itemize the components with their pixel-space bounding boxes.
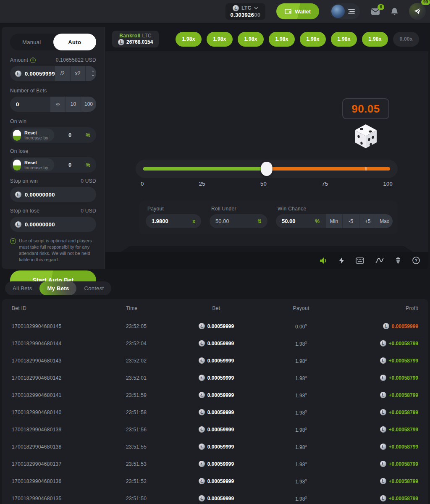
bet-amount: Ł0.00059999 bbox=[199, 409, 234, 415]
avatar bbox=[331, 5, 345, 18]
stop-on-win-input[interactable]: Ł 0.00000000 bbox=[10, 187, 96, 202]
sound-icon[interactable] bbox=[320, 257, 328, 264]
multiplier-pill[interactable]: 1.98x bbox=[362, 32, 388, 47]
on-win-increase-label[interactable]: Increase by bbox=[24, 135, 48, 140]
win-chance-input[interactable]: 50.00 % bbox=[276, 214, 325, 228]
bet-time: 23:52:05 bbox=[126, 323, 181, 329]
bet-amount-value: 0.00059999 bbox=[207, 410, 234, 415]
number-of-bets-preset-button[interactable]: 10 bbox=[66, 97, 81, 112]
multiplier-pill[interactable]: 1.98x bbox=[207, 32, 233, 47]
multiplier-pill[interactable]: 1.98x bbox=[176, 32, 202, 47]
on-win-value[interactable]: 0 bbox=[68, 132, 71, 138]
ltc-coin-icon: Ł bbox=[380, 426, 386, 433]
slider-thumb[interactable] bbox=[261, 162, 273, 176]
bet-payout: 1.98x bbox=[295, 392, 307, 399]
amount-usd: 0.10655822 USD bbox=[56, 57, 96, 63]
multiplier-pill[interactable]: 1.98x bbox=[300, 32, 326, 47]
tab-contest[interactable]: Contest bbox=[76, 281, 111, 295]
bet-amount: Ł0.00059999 bbox=[199, 461, 234, 467]
on-lose-increase-label[interactable]: Increase by bbox=[24, 165, 48, 170]
number-of-bets-preset-button[interactable]: ∞ bbox=[50, 97, 66, 112]
tab-auto[interactable]: Auto bbox=[53, 34, 97, 50]
swap-icon[interactable]: ⇅ bbox=[245, 218, 262, 224]
turbo-icon[interactable] bbox=[339, 257, 344, 264]
payout-value: 1.9800 bbox=[152, 218, 168, 224]
messages-button[interactable]: 6 bbox=[371, 8, 380, 15]
table-row[interactable]: 1700182990468013623:51:52Ł0.000599991.98… bbox=[2, 472, 428, 490]
ltc-coin-icon: Ł bbox=[380, 495, 386, 501]
ltc-coin-icon: Ł bbox=[380, 375, 386, 381]
table-row[interactable]: 1700182990468014323:52:02Ł0.000599991.98… bbox=[2, 352, 428, 369]
chat-button[interactable]: 99 bbox=[409, 3, 426, 20]
ltc-coin-icon: Ł bbox=[199, 357, 205, 364]
win-chance-minus5-button[interactable]: -5 bbox=[342, 214, 359, 228]
on-lose-reset-label[interactable]: Reset bbox=[24, 160, 48, 165]
stop-on-lose-input[interactable]: Ł 0.00000000 bbox=[10, 217, 96, 232]
amount-input[interactable]: Ł 0.00059999 /2 x2 ⌃⌄ bbox=[10, 66, 96, 81]
table-body: 1700182990468014523:52:05Ł0.000599990.00… bbox=[2, 318, 428, 504]
payout-x: x bbox=[305, 357, 307, 362]
ltc-coin-icon: Ł bbox=[199, 495, 205, 501]
hotkeys-icon[interactable] bbox=[356, 257, 364, 264]
live-stats-icon[interactable] bbox=[375, 257, 384, 264]
payout-x: x bbox=[305, 426, 307, 430]
bet-profit-value: +0.00058799 bbox=[389, 375, 418, 381]
tab-my-bets[interactable]: My Bets bbox=[39, 281, 76, 295]
half-bet-button[interactable]: /2 bbox=[55, 66, 70, 81]
amount-stepper[interactable]: ⌃⌄ bbox=[85, 66, 96, 81]
number-of-bets-preset-button[interactable]: 100 bbox=[81, 97, 96, 112]
on-lose-toggle[interactable] bbox=[13, 160, 21, 171]
table-row[interactable]: 1700182990468013923:51:56Ł0.000599991.98… bbox=[2, 421, 428, 438]
messages-badge: 6 bbox=[378, 4, 384, 10]
number-of-bets-input[interactable]: 0 ∞10100 bbox=[10, 97, 96, 112]
bet-profit-value: 0.00059999 bbox=[392, 323, 418, 329]
currency-selector[interactable]: Ł LTC 0.30392600 bbox=[225, 3, 266, 20]
stop-on-lose-label: Stop on lose bbox=[10, 208, 39, 214]
table-row[interactable]: 1700182990468013523:51:50Ł0.000599991.98… bbox=[2, 490, 428, 504]
topbar: Ł LTC 0.30392600 Wallet 6 bbox=[0, 0, 430, 24]
on-lose-label: On lose bbox=[10, 148, 28, 154]
win-chance-plus5-button[interactable]: +5 bbox=[359, 214, 376, 228]
table-row[interactable]: 1700182990468014523:52:05Ł0.000599990.00… bbox=[2, 318, 428, 335]
ltc-coin-icon: Ł bbox=[199, 392, 205, 398]
table-row[interactable]: 1700182990468013823:51:55Ł0.000599991.98… bbox=[2, 438, 428, 455]
multiplier-pill[interactable]: 1.98x bbox=[331, 32, 357, 47]
win-chance-min-button[interactable]: Min bbox=[325, 214, 342, 228]
info-icon[interactable]: i bbox=[30, 58, 36, 63]
wallet-button[interactable]: Wallet bbox=[276, 3, 319, 19]
amount-value: 0.00059999 bbox=[25, 71, 55, 77]
payout-x: x bbox=[305, 444, 307, 448]
payout-x: x bbox=[305, 461, 307, 465]
win-chance-max-button[interactable]: Max bbox=[376, 214, 393, 228]
help-icon[interactable]: ? bbox=[412, 257, 420, 264]
table-row[interactable]: 1700182990468013723:51:53Ł0.000599991.98… bbox=[2, 455, 428, 472]
user-menu[interactable] bbox=[330, 3, 360, 19]
payout-x: x bbox=[305, 340, 307, 344]
multiplier-pill[interactable]: 1.98x bbox=[238, 32, 264, 47]
multiplier-pill[interactable]: 0.00x bbox=[393, 32, 419, 47]
double-bet-button[interactable]: x2 bbox=[70, 66, 85, 81]
bet-payout: 1.98x bbox=[295, 340, 307, 347]
roll-under-input[interactable]: 50.00 ⇅ bbox=[210, 214, 267, 228]
payout-input[interactable]: 1.9800 x bbox=[146, 214, 201, 228]
on-win-unit: % bbox=[86, 132, 90, 138]
bet-id: 17001829904680142 bbox=[12, 375, 126, 381]
payout-x: x bbox=[305, 323, 307, 327]
ltc-coin-icon: Ł bbox=[199, 444, 205, 450]
dice-slider[interactable] bbox=[136, 160, 398, 178]
on-win-toggle[interactable] bbox=[13, 130, 21, 141]
table-row[interactable]: 1700182990468014123:51:59Ł0.000599991.98… bbox=[2, 386, 428, 404]
table-row[interactable]: 1700182990468014423:52:04Ł0.000599991.98… bbox=[2, 335, 428, 352]
multiplier-pill[interactable]: 1.98x bbox=[269, 32, 295, 47]
fairness-icon[interactable] bbox=[395, 257, 401, 264]
win-chance-suffix: % bbox=[315, 218, 320, 224]
slider-track[interactable] bbox=[143, 167, 390, 171]
win-chance-value: 50.00 bbox=[282, 218, 296, 224]
table-row[interactable]: 1700182990468014223:52:01Ł0.000599991.98… bbox=[2, 369, 428, 386]
tab-manual[interactable]: Manual bbox=[10, 34, 53, 50]
on-win-reset-label[interactable]: Reset bbox=[24, 130, 48, 135]
on-lose-value[interactable]: 0 bbox=[68, 162, 71, 168]
tab-all-bets[interactable]: All Bets bbox=[5, 281, 39, 295]
notifications-button[interactable] bbox=[391, 8, 398, 16]
table-row[interactable]: 1700182990468014023:51:58Ł0.000599991.98… bbox=[2, 404, 428, 421]
